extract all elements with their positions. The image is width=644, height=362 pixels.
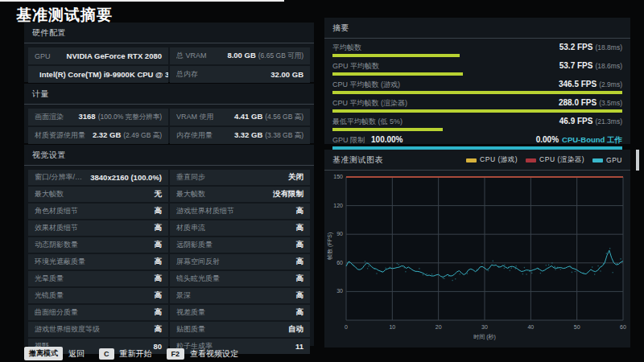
setting-label: 最大帧数 [35, 189, 64, 200]
summary-note: (21.3ms) [595, 117, 622, 125]
legend-label: CPU (渲染器) [539, 155, 584, 165]
summary-note: (18.6ms) [595, 62, 622, 70]
scrollbar-thumb[interactable] [636, 150, 639, 171]
summary-label: CPU 平均帧数 (游戏) [332, 80, 400, 90]
svg-text:50: 50 [574, 324, 580, 330]
svg-text:60: 60 [620, 324, 626, 330]
setting-cell: 景深高 [170, 288, 310, 303]
setting-cell: 画面渲染3168(100.0% 完整分辨率) [28, 109, 168, 125]
setting-value: 高 [155, 274, 163, 284]
setting-value: 关闭 [288, 172, 303, 183]
setting-cell: 动态阴影数量高 [28, 237, 168, 253]
setting-note: (6.65 GB 可用) [258, 51, 303, 60]
setting-value: 8.00 GB(6.65 GB 可用) [227, 51, 303, 61]
legend-label: GPU [606, 156, 622, 164]
setting-cell: 材质串流高 [170, 220, 310, 236]
summary-bar [332, 128, 443, 131]
legend-item: CPU (渲染器) [526, 155, 584, 165]
setting-value: 11 [295, 342, 303, 351]
setting-value: 高 [296, 274, 304, 284]
chart-legend: CPU (游戏)CPU (渲染器)GPU [458, 155, 622, 166]
setting-value: 4.41 GB(4.56 GB 高) [234, 112, 303, 122]
visual-settings-header: 视觉设置 [24, 145, 314, 166]
setting-value: 高 [296, 257, 304, 267]
svg-text:帧数 (FPS): 帧数 (FPS) [327, 232, 333, 260]
legend-item: CPU (游戏) [466, 155, 518, 165]
svg-text:60: 60 [336, 260, 343, 265]
summary-label: CPU 平均帧数 (渲染器) [332, 98, 407, 109]
setting-value: 3.32 GB(3.38 GB 高) [234, 130, 303, 141]
svg-text:10: 10 [389, 324, 395, 330]
legend-label: CPU (游戏) [480, 155, 518, 165]
hardware-header: 硬件配置 [24, 23, 314, 43]
setting-cell: 远阴影质量高 [170, 237, 310, 253]
gpu-bound-value: 100.00% [371, 135, 402, 144]
keycap: F2 [167, 348, 185, 360]
setting-cell: 总 VRAM8.00 GB(6.65 GB 可用) [170, 47, 310, 64]
footer-action[interactable]: 撤离模式返回 [24, 347, 85, 360]
summary-row: GPU 平均帧数53.7 FPS(18.6ms) [332, 61, 622, 76]
telemetry-header: 计量 [24, 84, 314, 105]
visual-settings-rows: 窗口/分辨率/规模3840x2160 (100.0%)垂直同步关闭最大帧数无最大… [24, 166, 314, 358]
gpu-bound-label: GPU 限制 [332, 135, 365, 146]
setting-value: 高 [155, 223, 163, 233]
gpu-bound-row: GPU 限制 100.00% 0.00% CPU-Bound 工作 [324, 135, 630, 150]
svg-text:0: 0 [345, 324, 348, 330]
setting-cell: 环境光遮蔽质量高 [28, 254, 168, 269]
setting-label: 内存使用量 [176, 130, 213, 141]
footer-action[interactable]: F2查看视频设定 [167, 348, 239, 360]
benchmark-chart-section: 基准测试图表 CPU (游戏)CPU (渲染器)GPU 150120906030… [324, 150, 630, 348]
setting-cell: VRAM 使用4.41 GB(4.56 GB 高) [170, 109, 310, 125]
setting-cell: CPUIntel(R) Core(TM) i9-9900K CPU @ 3.60… [28, 66, 168, 83]
setting-value: 高 [155, 240, 163, 250]
telemetry-section: 计量 画面渲染3168(100.0% 完整分辨率)VRAM 使用4.41 GB(… [24, 84, 314, 143]
setting-value: 无 [155, 189, 163, 200]
setting-value: 高 [296, 240, 304, 250]
setting-label: GPU [35, 52, 51, 60]
setting-value: 3168(100.0% 完整分辨率) [79, 112, 163, 122]
summary-note: (2.9ms) [599, 80, 622, 88]
setting-label: 材质串流 [176, 223, 205, 233]
setting-cell: 贴图质量自动 [170, 322, 310, 337]
footer-action-label: 返回 [68, 348, 85, 360]
keycap: 撤离模式 [24, 347, 63, 360]
setting-cell: 角色材质细节高 [28, 204, 168, 219]
setting-cell: 窗口/分辨率/规模3840x2160 (100.0%) [28, 170, 168, 185]
setting-value: 没有限制 [273, 189, 303, 200]
setting-value: 高 [155, 307, 163, 318]
setting-value: 高 [296, 307, 304, 318]
benchmark-line-chart: 1501209060300102030405060时间 (秒)帧数 (FPS) [324, 171, 630, 352]
summary-bar [332, 72, 463, 76]
summary-label: 最低平均帧数 (低 5%) [332, 117, 402, 127]
legend-swatch [466, 158, 477, 162]
setting-label: 镜头眩光质量 [176, 274, 220, 284]
svg-text:30: 30 [336, 288, 343, 294]
hardware-section: 硬件配置 GPUNVIDIA GeForce RTX 2080总 VRAM8.0… [24, 23, 314, 82]
setting-value: 3840x2160 (100.0%) [90, 173, 162, 182]
setting-label: 视差质量 [176, 307, 205, 318]
hardware-rows: GPUNVIDIA GeForce RTX 2080总 VRAM8.00 GB(… [24, 43, 314, 87]
footer-action[interactable]: C重新开始 [99, 348, 152, 360]
setting-label: 最大帧数 [176, 189, 205, 200]
setting-cell: 总内存32.00 GB [170, 66, 310, 83]
setting-value: 高 [155, 257, 163, 267]
setting-value: 高 [296, 290, 304, 301]
setting-label: 曲面细分质量 [35, 307, 78, 318]
top-edge-highlight [0, 0, 284, 2]
summary-section: 摘要 平均帧数53.2 FPS(18.8ms)GPU 平均帧数53.7 FPS(… [324, 18, 630, 144]
cpu-bound-value: 0.00% [536, 135, 559, 144]
setting-cell: 光镜质量高 [28, 288, 168, 303]
setting-value: 高 [296, 206, 304, 216]
setting-cell: 游戏世界材质细节高 [170, 204, 310, 219]
setting-label: 材质资源使用量 [35, 130, 85, 141]
legend-swatch [592, 158, 603, 162]
footer-keybar: 撤离模式返回C重新开始F2查看视频设定 [24, 347, 238, 360]
setting-label: 光镜质量 [35, 290, 64, 301]
summary-bar [332, 91, 622, 94]
setting-value: 高 [155, 290, 163, 301]
svg-text:时间 (秒): 时间 (秒) [473, 334, 496, 340]
setting-note: (4.56 GB 高) [265, 113, 303, 121]
setting-note: (2.49 GB 高) [123, 131, 162, 139]
setting-label: 屏幕空间反射 [176, 257, 220, 267]
setting-label: 贴图质量 [176, 324, 205, 335]
